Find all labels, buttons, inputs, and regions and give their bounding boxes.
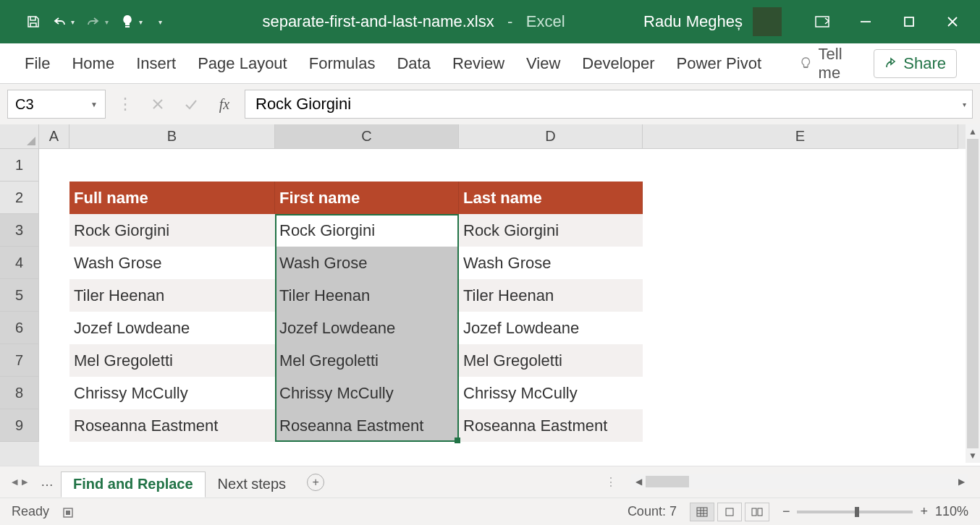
ribbon-tab-review[interactable]: Review [451,51,506,76]
row-header[interactable]: 2 [0,182,39,214]
avatar[interactable] [753,7,782,36]
ribbon-tab-powerpivot[interactable]: Power Pivot [675,51,763,76]
cell[interactable]: Tiler Heenan [459,279,643,312]
sheet-nav[interactable]: ◀ ▶ [6,477,33,487]
column-header[interactable]: C [275,124,459,149]
undo-dropdown-icon[interactable]: ▾ [71,18,75,26]
cell[interactable]: Chrissy McCully [69,377,275,409]
chevron-down-icon[interactable]: ▼ [90,101,98,108]
table-header[interactable]: First name [275,182,459,214]
row-header[interactable]: 4 [0,247,39,279]
horizontal-scrollbar[interactable]: ◀ ▶ [631,474,968,489]
cell[interactable]: Roseanna Eastment [459,409,643,442]
cell[interactable]: Jozef Lowdeane [275,312,459,344]
name-box[interactable]: C3 ▼ [7,90,106,119]
cell[interactable]: Mel Gregoletti [69,344,275,377]
row-header[interactable]: 6 [0,312,39,344]
bulb-dropdown-icon[interactable]: ▾ [139,18,143,26]
ribbon-display-icon[interactable] [815,14,829,29]
row-header[interactable]: 1 [0,149,39,182]
table-header[interactable]: Full name [69,182,275,214]
formula-input[interactable]: Rock Giorgini ▾ [245,90,973,119]
sheet-overflow[interactable]: … [33,474,61,490]
cell[interactable]: Roseanna Eastment [69,409,275,442]
cell[interactable]: Tiler Heenan [275,279,459,312]
cell[interactable]: Jozef Lowdeane [69,312,275,344]
ribbon-tab-file[interactable]: File [23,51,51,76]
scroll-thumb[interactable] [967,139,979,448]
ribbon-tab-data[interactable]: Data [395,51,431,76]
scroll-up-icon[interactable]: ▲ [966,124,980,139]
cell[interactable]: Chrissy McCully [459,377,643,409]
ribbon-tab-formulas[interactable]: Formulas [308,51,377,76]
table-header[interactable]: Last name [459,182,643,214]
add-sheet-button[interactable]: + [307,474,324,491]
ribbon-tab-developer[interactable]: Developer [580,51,656,76]
column-header[interactable]: D [459,124,643,149]
ribbon-tab-page-layout[interactable]: Page Layout [196,51,289,76]
scroll-thumb[interactable] [646,476,689,487]
ribbon-tab-home[interactable]: Home [70,51,116,76]
next-sheet-icon[interactable]: ▶ [22,477,28,487]
row-header[interactable]: 7 [0,344,39,377]
ribbon-tab-view[interactable]: View [525,51,562,76]
cell[interactable]: Mel Gregoletti [275,344,459,377]
zoom-in-button[interactable]: + [920,504,928,519]
column-header[interactable]: A [39,124,69,149]
select-all-corner[interactable] [0,124,39,149]
zoom-slider[interactable] [797,511,913,513]
row-header[interactable]: 9 [0,409,39,442]
undo-icon[interactable] [52,14,67,29]
cell[interactable]: Rock Giorgini [275,214,459,247]
cell[interactable]: Mel Gregoletti [459,344,643,377]
column-header[interactable]: E [643,124,958,149]
tab-resize-handle[interactable]: ⋮ [605,475,617,489]
sheet-tab-active[interactable]: Find and Replace [61,471,206,498]
cell[interactable]: Chrissy McCully [275,377,459,409]
user-name: Radu Megheș [643,12,743,31]
bulb-icon[interactable] [120,14,135,29]
maximize-icon[interactable] [902,14,916,29]
zoom-level[interactable]: 110% [935,504,968,519]
chevron-down-icon[interactable]: ▾ [963,101,966,108]
fx-icon[interactable]: fx [211,91,237,117]
cancel-icon[interactable] [145,91,171,117]
row-header[interactable]: 8 [0,377,39,409]
vertical-scrollbar[interactable]: ▲ ▼ [966,124,980,463]
scroll-right-icon[interactable]: ▶ [954,474,968,489]
row-header[interactable]: 3 [0,214,39,247]
tell-me[interactable]: Tell me [801,45,855,82]
minimize-icon[interactable] [858,14,873,29]
prev-sheet-icon[interactable]: ◀ [12,477,17,487]
sheet-tab[interactable]: Next steps [206,471,298,498]
cell[interactable]: Tiler Heenan [69,279,275,312]
row-header[interactable]: 5 [0,279,39,312]
zoom-knob[interactable] [855,507,859,517]
scroll-down-icon[interactable]: ▼ [966,448,980,463]
column-header[interactable]: B [69,124,275,149]
qat-customize-icon[interactable]: ▾ [159,18,162,26]
cell[interactable]: Jozef Lowdeane [459,312,643,344]
table-row: Chrissy McCully Chrissy McCully Chrissy … [69,377,643,409]
zoom-out-button[interactable]: − [782,504,790,519]
enter-icon[interactable] [178,91,204,117]
share-button[interactable]: Share [874,49,957,78]
cells-area[interactable]: Full name First name Last name Rock Gior… [39,149,980,466]
close-icon[interactable] [945,14,960,29]
ribbon-tab-insert[interactable]: Insert [135,51,177,76]
scroll-left-icon[interactable]: ◀ [631,474,646,489]
user-block[interactable]: Radu Megheș [643,7,787,36]
cell[interactable]: Roseanna Eastment [275,409,459,442]
redo-icon[interactable] [86,14,101,29]
cell[interactable]: Rock Giorgini [459,214,643,247]
save-icon[interactable] [26,14,41,29]
cell[interactable]: Wash Grose [69,247,275,279]
page-break-view-button[interactable] [745,503,769,521]
redo-dropdown-icon[interactable]: ▾ [105,18,109,26]
page-layout-view-button[interactable] [717,503,742,521]
normal-view-button[interactable] [690,503,714,521]
cell[interactable]: Wash Grose [459,247,643,279]
cell[interactable]: Rock Giorgini [69,214,275,247]
macro-record-icon[interactable] [62,505,77,518]
cell[interactable]: Wash Grose [275,247,459,279]
